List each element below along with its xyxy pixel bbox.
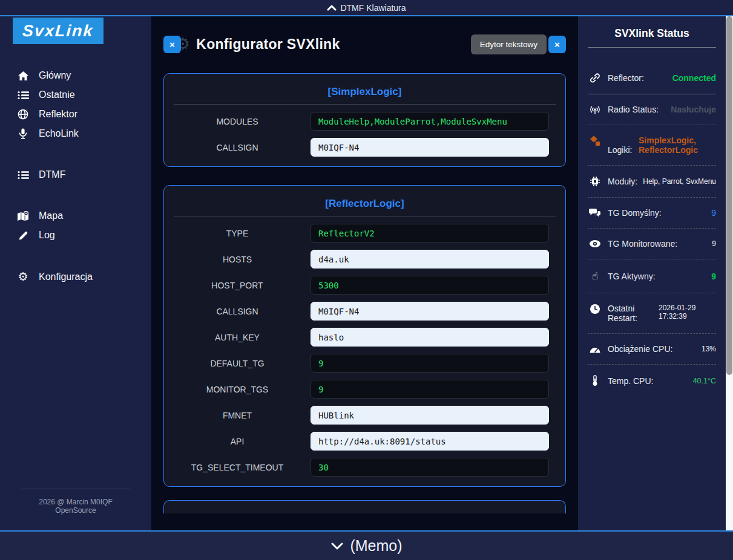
sidebar-item-label: EchoLink [39, 128, 79, 139]
page-title: Konfigurator SVXlink [196, 36, 340, 53]
left-sidebar: SvxLink Główny Ostatnie [0, 16, 151, 530]
sidebar-item-ostatnie[interactable]: Ostatnie [0, 85, 151, 105]
field-label: DEFAULT_TG [164, 359, 311, 368]
sidebar-item-konfiguracja[interactable]: ⚙ Konfiguracja [0, 267, 151, 287]
list-icon [16, 91, 30, 100]
chevron-down-icon [330, 542, 344, 550]
field-row-hosts: HOSTS [164, 250, 565, 269]
field-row-auth-key: AUTH_KEY [164, 328, 565, 347]
status-row-reflector: Reflector: Connected [588, 62, 716, 94]
status-panel-title: SVXlink Status [588, 25, 716, 47]
status-label: Logiki: [608, 145, 632, 155]
close-configurator-button[interactable]: × [163, 36, 181, 53]
host-port-input[interactable] [311, 276, 549, 295]
svxlink-logo[interactable]: SvxLink [13, 18, 104, 44]
section-title: [ReflectorLogic] [164, 194, 565, 216]
status-row-obciazenie-cpu: Obciążenie CPU: 13% [588, 334, 716, 364]
home-icon [16, 71, 30, 81]
field-row-api: API [164, 432, 565, 451]
field-label: CALLSIGN [164, 143, 311, 152]
status-label: Obciążenie CPU: [608, 344, 672, 354]
tachometer-icon [588, 345, 602, 353]
sidebar-item-label: Konfiguracja [39, 272, 93, 282]
reflector-callsign-input[interactable] [311, 302, 549, 321]
shapes-icon [588, 135, 602, 146]
type-input[interactable] [311, 224, 549, 243]
status-label: TG Domyślny: [608, 208, 662, 218]
status-value: Nasłuchuje [671, 105, 716, 114]
thermometer-icon [588, 375, 602, 386]
sidebar-item-glowny[interactable]: Główny [0, 66, 151, 85]
sidebar-item-echolink[interactable]: EchoLink [0, 124, 151, 143]
status-label: Temp. CPU: [608, 376, 653, 386]
scrollbar-thumb[interactable] [726, 16, 732, 375]
status-value: 2026-01-29 17:32:39 [659, 304, 716, 321]
microphone-icon [16, 128, 30, 139]
status-value: 9 [711, 272, 716, 281]
text-editor-button[interactable]: Edytor tekstowy [471, 34, 547, 54]
monitor-tgs-input[interactable] [311, 380, 549, 399]
field-row-modules: MODULES [164, 112, 565, 131]
sidebar-footer: 2026 @ Marcin M0IQF OpenSource [0, 489, 151, 530]
microchip-icon [588, 176, 602, 187]
status-label: TG Aktywny: [608, 272, 656, 281]
configurator-header: × ⚙ Konfigurator SVXlink Edytor tekstowy… [163, 33, 566, 55]
sidebar-item-reflektor[interactable]: Reflektor [0, 105, 151, 124]
status-panel: SVXlink Status Reflector: Connected Radi… [578, 16, 726, 530]
default-tg-input[interactable] [311, 354, 549, 373]
field-row-callsign: CALLSIGN [164, 138, 565, 157]
status-row-tg-domyslny: TG Domyślny: 9 [588, 198, 716, 228]
sidebar-item-label: Reflektor [39, 109, 77, 120]
status-value: SimplexLogic, ReflectorLogic [639, 135, 716, 155]
section-next-partial [163, 500, 566, 513]
hosts-input[interactable] [311, 250, 549, 269]
auth-key-input[interactable] [311, 328, 549, 347]
pen-icon [16, 230, 30, 241]
status-label: Ostatni Restart: [608, 304, 650, 323]
status-row-tg-monitorowane: TG Monitorowane: 9 [588, 229, 716, 259]
modules-input[interactable] [311, 112, 549, 131]
sidebar-item-mapa[interactable]: Mapa [0, 206, 151, 226]
comments-icon [588, 208, 602, 218]
eye-icon [588, 239, 602, 248]
tg-select-timeout-input[interactable] [311, 458, 549, 477]
close-editor-button[interactable]: × [548, 36, 566, 53]
list-icon [16, 171, 30, 180]
fmnet-input[interactable] [311, 406, 549, 425]
footer-divider [21, 489, 130, 489]
dtmf-toggle-label: DTMF Klawiatura [340, 3, 406, 13]
callsign-input[interactable] [311, 138, 549, 157]
configurator-panel: × ⚙ Konfigurator SVXlink Edytor tekstowy… [151, 16, 578, 530]
hand-pointer-icon: ☝ [588, 270, 602, 282]
sidebar-item-label: Ostatnie [39, 90, 75, 100]
field-label: TYPE [164, 229, 311, 238]
field-label: CALLSIGN [164, 307, 311, 316]
field-label: HOSTS [164, 255, 311, 264]
sidebar-item-log[interactable]: Log [0, 226, 151, 245]
memo-toggle[interactable]: (Memo) [0, 530, 733, 560]
svxlink-dashboard: DTMF Klawiatura SvxLink Główny Ostat [0, 0, 733, 560]
field-label: HOST_PORT [164, 281, 311, 290]
sidebar-item-label: Główny [39, 70, 71, 81]
field-row-default-tg: DEFAULT_TG [164, 354, 565, 373]
status-value: 9 [711, 208, 716, 218]
status-value: Help, Parrot, SvxMenu [643, 177, 716, 186]
status-value: 9 [712, 239, 716, 248]
status-value: Connected [672, 73, 716, 83]
field-row-callsign: CALLSIGN [164, 302, 565, 321]
sidebar-item-label: Mapa [39, 210, 63, 221]
dtmf-keyboard-toggle[interactable]: DTMF Klawiatura [0, 0, 733, 16]
sidebar-item-dtmf[interactable]: DTMF [0, 165, 151, 184]
gear-icon: ⚙ [16, 271, 30, 282]
svxlink-logo-text: SvxLink [22, 22, 94, 41]
status-value: 13% [702, 345, 716, 353]
status-row-ostatni-restart: Ostatni Restart: 2026-01-29 17:32:39 [588, 293, 716, 333]
footer-opensource: OpenSource [0, 506, 151, 515]
api-input[interactable] [311, 432, 549, 451]
map-icon [16, 211, 30, 221]
section-simplexlogic: [SimplexLogic] MODULES CALLSIGN [163, 73, 566, 167]
sidebar-item-label: Log [39, 230, 55, 241]
status-row-tg-aktywny: ☝ TG Aktywny: 9 [588, 259, 716, 293]
link-icon [588, 73, 602, 83]
vertical-scrollbar[interactable] [726, 16, 733, 530]
